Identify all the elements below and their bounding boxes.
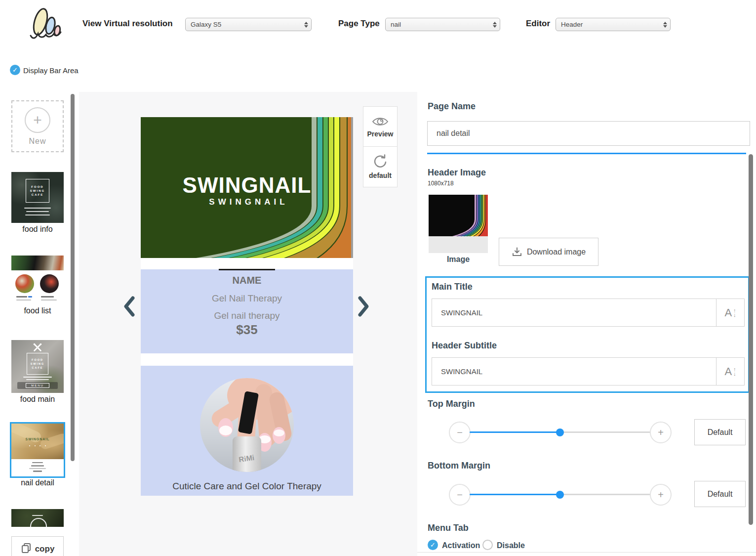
food-photo-circle xyxy=(40,274,59,293)
main-title-font-size-button[interactable]: A ↑↓ xyxy=(716,299,744,326)
food-photo-circle xyxy=(15,274,34,293)
thumb-text-line xyxy=(33,470,42,472)
food-sign-text: FOOD SWING CAFE xyxy=(28,185,47,197)
panel-scrollbar[interactable] xyxy=(749,154,753,525)
page-type-value: nail xyxy=(391,21,401,28)
preview-header-image: SWINGNAIL SWINGNAIL xyxy=(141,117,353,258)
sidebar-item-food-list[interactable] xyxy=(11,256,64,304)
sidebar-item-partial[interactable] xyxy=(11,509,64,527)
thumb-text-line xyxy=(32,462,43,463)
page-name-heading: Page Name xyxy=(428,101,476,112)
display-bar-checkbox[interactable]: ✓ xyxy=(10,65,20,75)
default-button-label: default xyxy=(369,171,392,179)
thumb-text-line xyxy=(23,377,52,378)
hand-shape xyxy=(11,424,42,444)
bottom-margin-fill xyxy=(470,494,560,495)
copy-label: copy xyxy=(35,544,55,554)
hand-shape xyxy=(39,432,64,450)
accent-divider xyxy=(427,153,746,154)
nail-thumb-dots xyxy=(29,445,46,446)
select-arrows-icon xyxy=(304,22,308,28)
eye-icon xyxy=(372,116,389,128)
header-subtitle-heading: Header Subtitle xyxy=(432,341,497,351)
app-root: View Virtual resolution Galaxy S5 Page T… xyxy=(0,0,756,556)
download-image-label: Download image xyxy=(527,248,586,257)
sidebar-label-food-info: food info xyxy=(11,225,64,234)
header-image-heading: Header Image xyxy=(428,168,486,178)
thumb-text-line xyxy=(28,296,32,298)
panel-bottom-divider xyxy=(417,552,756,553)
preview-gap xyxy=(141,258,353,269)
resolution-value: Galaxy S5 xyxy=(191,21,221,28)
menu-tab-activation-radio[interactable]: ✓ xyxy=(428,540,438,550)
image-caption: Image xyxy=(429,255,488,264)
thumb-text-line xyxy=(26,379,49,380)
page-type-select[interactable]: nail xyxy=(385,18,500,31)
header-subtitle-field: A ↑↓ xyxy=(432,357,745,385)
bottom-margin-default-button[interactable]: Default xyxy=(694,481,746,507)
preview-name-section: NAME Gel Nail Therapy Gel nail therapy $… xyxy=(141,269,353,353)
header-subtitle-input[interactable] xyxy=(432,358,716,385)
download-icon xyxy=(512,247,522,257)
header-image-thumbnail[interactable] xyxy=(429,195,488,236)
header-subtitle-font-size-button[interactable]: A ↑↓ xyxy=(716,358,744,385)
menu-tab-disable-label[interactable]: Disable xyxy=(497,541,525,550)
preview-price: $35 xyxy=(141,322,353,338)
top-margin-default-button[interactable]: Default xyxy=(694,419,746,445)
sidebar-item-food-main[interactable]: FOOD SWING CAFE MENU xyxy=(11,340,64,393)
font-size-icon: A xyxy=(724,306,732,319)
preview-item-name: Gel Nail Therapy xyxy=(141,293,353,304)
nail-thumb-photo: SWINGNAIL xyxy=(11,424,64,459)
top-margin-minus-button[interactable]: − xyxy=(449,422,471,443)
sidebar-item-food-info[interactable]: FOOD SWING CAFE xyxy=(11,172,64,223)
preview-caption: Cuticle Care and Gel Color Therapy xyxy=(141,481,353,492)
sidebar-label-food-list: food list xyxy=(11,306,64,315)
menu-tab-activation-label[interactable]: Activation xyxy=(442,541,480,550)
copy-page-button[interactable]: copy xyxy=(11,536,64,556)
divider-line xyxy=(219,269,275,270)
top-margin-heading: Top Margin xyxy=(428,399,475,409)
thumb-text-line xyxy=(41,299,57,300)
menu-tab-heading: Menu Tab xyxy=(428,523,469,533)
sidebar-scrollbar[interactable] xyxy=(71,94,75,461)
main-title-input[interactable] xyxy=(432,299,716,326)
sidebar-item-nail-detail[interactable]: SWINGNAIL xyxy=(10,422,65,478)
preview-gap xyxy=(141,353,353,366)
thumb-text-line xyxy=(29,468,46,469)
display-bar-label: Display Bar Area xyxy=(23,66,79,75)
top-margin-slider[interactable] xyxy=(470,431,650,433)
download-image-button[interactable]: Download image xyxy=(499,238,598,266)
food-sign-text: FOOD SWING CAFE xyxy=(28,358,47,370)
menu-tab-disable-radio[interactable] xyxy=(482,540,493,550)
carousel-next-button[interactable] xyxy=(357,296,370,319)
food-sign-box: FOOD SWING CAFE xyxy=(26,179,49,203)
food-sign-box: FOOD SWING CAFE xyxy=(27,353,48,375)
thumbnail-tray xyxy=(429,236,488,253)
refresh-icon xyxy=(372,154,389,169)
resolution-label: View Virtual resolution xyxy=(82,19,173,29)
menu-pill-label: MENU xyxy=(26,383,49,388)
bottom-margin-minus-button[interactable]: − xyxy=(449,484,471,506)
resolution-select[interactable]: Galaxy S5 xyxy=(185,18,312,31)
thumb-text-line xyxy=(25,214,50,215)
editor-select[interactable]: Header xyxy=(556,18,671,31)
nail-photo: RiMi xyxy=(200,378,294,474)
bottom-margin-thumb[interactable] xyxy=(556,491,564,499)
top-margin-fill xyxy=(470,431,560,433)
editor-value: Header xyxy=(561,21,583,28)
carousel-prev-button[interactable] xyxy=(122,296,136,319)
thumb-text-line xyxy=(16,299,31,300)
new-page-label: New xyxy=(29,137,46,146)
thumb-text-line xyxy=(31,465,44,467)
page-name-input[interactable] xyxy=(427,121,750,146)
bottom-margin-plus-button[interactable]: + xyxy=(650,484,672,506)
main-title-heading: Main Title xyxy=(432,282,473,292)
bottom-margin-slider[interactable] xyxy=(470,494,650,495)
default-button[interactable]: default xyxy=(363,146,398,187)
thumb-text-line xyxy=(26,211,49,212)
top-margin-plus-button[interactable]: + xyxy=(650,422,672,443)
new-page-button[interactable]: + New xyxy=(11,100,64,152)
food-list-banner xyxy=(11,256,64,270)
top-margin-thumb[interactable] xyxy=(556,428,564,436)
preview-button[interactable]: Preview xyxy=(363,106,398,147)
